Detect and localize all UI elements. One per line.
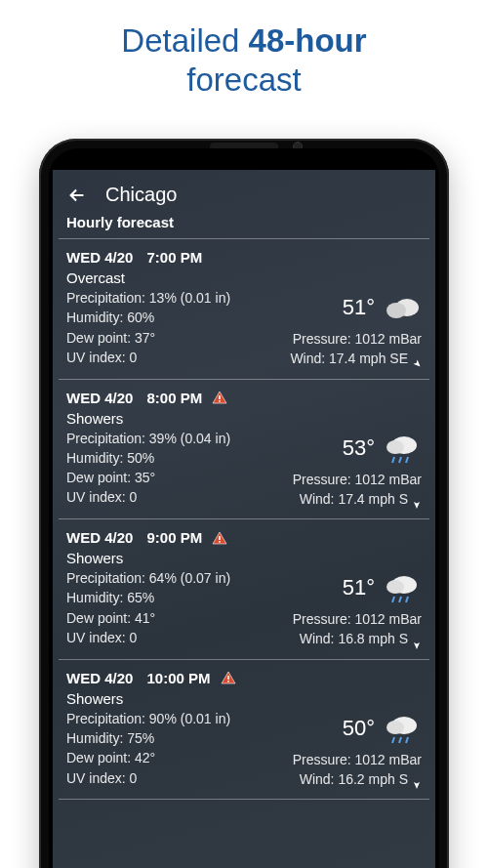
temperature: 53° — [343, 435, 375, 461]
phone-frame: Chicago Hourly forecast WED 4/20 7:00 PM… — [39, 139, 449, 868]
details-left: Precipitation: 39% (0.04 in)Humidity: 50… — [66, 429, 230, 510]
wind-direction-icon — [412, 494, 422, 504]
svg-line-8 — [406, 457, 408, 463]
weather-icon — [383, 572, 422, 603]
details-right: Pressure: 1012 mBarWind: 17.4 mph S — [293, 470, 422, 510]
back-icon[interactable] — [66, 185, 88, 206]
forecast-row[interactable]: WED 4/20 9:00 PMShowersPrecipitation: 64… — [53, 519, 435, 659]
svg-line-20 — [392, 737, 394, 743]
details-right: Pressure: 1012 mBarWind: 17.4 mph SE — [290, 329, 422, 369]
svg-line-15 — [406, 597, 408, 602]
forecast-row[interactable]: WED 4/20 10:00 PMShowersPrecipitation: 9… — [53, 660, 435, 800]
weather-icon — [383, 292, 422, 323]
details-left: Precipitation: 64% (0.07 in)Humidity: 65… — [66, 568, 230, 649]
temperature: 50° — [343, 716, 375, 741]
svg-rect-9 — [219, 536, 221, 540]
svg-point-12 — [386, 580, 404, 594]
details-right: Pressure: 1012 mBarWind: 16.2 mph S — [293, 750, 422, 790]
svg-line-7 — [399, 457, 401, 463]
svg-line-22 — [406, 737, 408, 743]
forecast-time: 8:00 PM — [142, 390, 202, 406]
city-title: Chicago — [105, 184, 177, 206]
wind-direction-icon — [412, 774, 422, 784]
details-left: Precipitation: 13% (0.01 in)Humidity: 60… — [66, 288, 230, 369]
app-screen: Chicago Hourly forecast WED 4/20 7:00 PM… — [53, 170, 435, 868]
divider — [59, 799, 429, 800]
forecast-time: 7:00 PM — [142, 249, 202, 266]
section-title: Hourly forecast — [53, 214, 435, 238]
warning-icon — [221, 671, 236, 684]
weather-icon — [383, 433, 422, 464]
condition-label: Showers — [66, 690, 422, 707]
forecast-date: WED 4/20 — [66, 390, 133, 406]
svg-line-6 — [392, 457, 394, 463]
svg-point-5 — [386, 440, 404, 454]
svg-rect-17 — [227, 681, 229, 682]
promo-heading: Detailed 48-hour forecast — [0, 0, 488, 108]
forecast-time: 10:00 PM — [142, 670, 210, 686]
details-right: Pressure: 1012 mBarWind: 16.8 mph S — [293, 609, 422, 649]
forecast-date: WED 4/20 — [66, 670, 133, 686]
svg-rect-10 — [219, 541, 221, 543]
wind-direction-icon — [412, 635, 422, 644]
forecast-date: WED 4/20 — [66, 249, 133, 266]
condition-label: Showers — [66, 410, 422, 427]
forecast-time: 9:00 PM — [142, 529, 202, 546]
svg-rect-2 — [219, 395, 221, 399]
weather-icon — [383, 713, 422, 744]
svg-rect-3 — [219, 400, 221, 402]
forecast-row[interactable]: WED 4/20 8:00 PMShowersPrecipitation: 39… — [53, 380, 435, 519]
svg-line-21 — [399, 737, 401, 743]
wind-direction-icon — [412, 353, 422, 363]
svg-point-19 — [386, 721, 404, 734]
forecast-date: WED 4/20 — [66, 529, 133, 546]
temperature: 51° — [343, 295, 375, 320]
forecast-row[interactable]: WED 4/20 7:00 PMOvercastPrecipitation: 1… — [53, 239, 435, 379]
svg-point-1 — [386, 303, 406, 318]
details-left: Precipitation: 90% (0.01 in)Humidity: 75… — [66, 709, 230, 790]
warning-icon — [212, 531, 227, 545]
temperature: 51° — [343, 575, 375, 600]
condition-label: Overcast — [66, 269, 422, 286]
svg-rect-16 — [227, 676, 229, 680]
warning-icon — [212, 391, 227, 404]
svg-line-13 — [392, 597, 394, 602]
svg-line-14 — [399, 597, 401, 602]
condition-label: Showers — [66, 550, 422, 566]
